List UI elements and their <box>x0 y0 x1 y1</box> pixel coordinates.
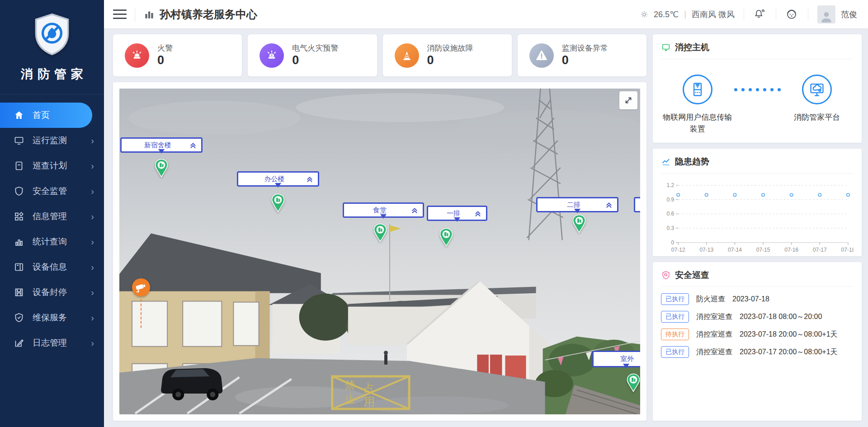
status-badge: 已执行 <box>661 346 689 358</box>
edit-icon <box>14 338 24 348</box>
chevron-right-icon <box>91 313 94 323</box>
host-flow-diagram: 物联网用户信息传输装置 消防管家平台 <box>661 59 854 136</box>
map-label-text: 二排 <box>543 201 604 209</box>
stat-value: 0 <box>292 53 338 67</box>
notification-bell-icon[interactable] <box>753 8 767 21</box>
svg-text:止: 止 <box>344 393 355 405</box>
stat-card-facility-fault[interactable]: 消防设施故障 0 <box>383 34 512 76</box>
site-photo-panel: 禁 止 占 用 <box>113 82 646 421</box>
map-label-outdoor[interactable]: 室外 <box>592 351 640 367</box>
svg-text:0.9: 0.9 <box>666 197 674 203</box>
stat-cards: 火警 0 电气火灾预警 0 消防设施故障 0 <box>113 34 646 76</box>
left-column: 火警 0 电气火灾预警 0 消防设施故障 0 <box>113 34 646 421</box>
topbar-right: 26.5℃ | 西南风 微风 范俊 <box>639 5 857 23</box>
stat-label: 消防设施故障 <box>427 43 473 53</box>
platform-node: 消防管家平台 <box>781 75 854 123</box>
map-label-text: 办公楼 <box>244 175 305 183</box>
sidebar-item-device-info[interactable]: 设备信息 <box>0 254 104 280</box>
avatar <box>817 5 835 23</box>
stat-label: 电气火灾预警 <box>292 43 338 53</box>
page-title: 孙村镇养老服务中心 <box>160 7 257 22</box>
panel-title: 消控主机 <box>675 42 709 53</box>
sidebar-item-label: 统计查询 <box>33 236 67 248</box>
map-label-row-two[interactable]: 二排 <box>536 197 618 212</box>
svg-text:禁: 禁 <box>344 379 355 391</box>
sidebar-item-home[interactable]: 首页 <box>0 103 92 128</box>
panel-title: 安全巡查 <box>675 269 709 281</box>
patrol-time: 2023-07-18 08:00～20:00 <box>740 312 822 322</box>
patrol-time: 2023-07-18 20:00～08:00+1天 <box>740 330 838 339</box>
expand-icon <box>623 95 633 105</box>
electric-siren-icon <box>259 43 284 68</box>
sidebar-item-statistics-query[interactable]: 统计查询 <box>0 229 104 254</box>
shield-icon <box>14 186 24 197</box>
camera-marker[interactable] <box>131 277 151 328</box>
brand-logo-shield-icon <box>33 13 71 56</box>
weather-info: 26.5℃ | 西南风 微风 <box>639 9 735 20</box>
building-pin[interactable] <box>155 159 168 178</box>
temperature: 26.5℃ <box>654 9 679 19</box>
patrol-name: 消控室巡查 <box>696 312 732 322</box>
home-icon <box>14 110 24 121</box>
camera-pointer-line <box>141 299 142 328</box>
chevron-right-icon <box>91 161 94 171</box>
patrol-list: 已执行 防火巡查 2023-07-18 已执行 消控室巡查 2023-07-18… <box>661 287 854 358</box>
document-icon <box>14 160 24 171</box>
svg-text:用: 用 <box>364 395 375 408</box>
expand-button[interactable] <box>619 91 637 109</box>
sidebar-item-safety-supervision[interactable]: 安全监管 <box>0 178 104 204</box>
building-pin[interactable] <box>439 228 453 247</box>
svg-text:0.3: 0.3 <box>666 225 674 231</box>
site-photo: 禁 止 占 用 <box>119 89 640 414</box>
chevron-right-icon <box>91 211 94 222</box>
node-label: 物联网用户信息传输装置 <box>662 112 733 135</box>
user-menu[interactable]: 范俊 <box>817 5 857 23</box>
patrol-time: 2023-07-18 <box>732 295 769 303</box>
building-pin[interactable] <box>627 373 640 392</box>
divider <box>808 9 808 20</box>
double-chevron-up-icon <box>305 174 314 183</box>
sidebar-item-device-seal[interactable]: 设备封停 <box>0 280 104 305</box>
sun-icon <box>639 9 649 19</box>
building-pin[interactable] <box>373 223 387 242</box>
map-label-text: 食堂 <box>349 206 410 215</box>
sidebar-item-label: 巡查计划 <box>33 160 67 172</box>
sidebar-item-label: 设备信息 <box>33 261 67 273</box>
patrol-name: 消控室巡查 <box>696 347 732 357</box>
bar-chart-icon <box>14 236 24 247</box>
svg-text:07-14: 07-14 <box>728 247 742 253</box>
main-area: 孙村镇养老服务中心 26.5℃ | 西南风 微风 范俊 <box>104 0 868 427</box>
stat-card-device-abnormal[interactable]: 监测设备异常 0 <box>518 34 646 76</box>
svg-text:0: 0 <box>671 239 674 246</box>
double-chevron-up-icon <box>473 209 482 218</box>
sidebar-item-label: 运行监测 <box>33 135 67 146</box>
map-label-text: 一排 <box>434 209 473 218</box>
chart-title-icon <box>143 9 155 20</box>
divider <box>135 8 135 21</box>
safety-patrol-panel: 安全巡查 已执行 防火巡查 2023-07-18 已执行 消控室巡查 2023-… <box>653 262 862 421</box>
stat-card-electrical-fire-warning[interactable]: 电气火灾预警 0 <box>248 34 377 76</box>
patrol-name: 防火巡查 <box>696 295 725 304</box>
map-label-partial[interactable] <box>634 197 640 212</box>
map-label-new-dormitory[interactable]: 新宿舍楼 <box>120 137 203 153</box>
sidebar-item-maintenance-service[interactable]: 维保服务 <box>0 305 104 330</box>
map-label-text: 新宿舍楼 <box>127 141 189 150</box>
sidebar-item-info-management[interactable]: 信息管理 <box>0 204 104 229</box>
sidebar-item-run-monitor[interactable]: 运行监测 <box>0 128 104 153</box>
chevron-right-icon <box>91 262 94 272</box>
sidebar-item-log-management[interactable]: 日志管理 <box>0 330 104 356</box>
map-label-canteen[interactable]: 食堂 <box>343 202 424 218</box>
map-label-office-building[interactable]: 办公楼 <box>237 171 319 187</box>
customer-service-icon[interactable] <box>785 8 799 21</box>
monitor-icon <box>14 135 24 146</box>
sidebar-nav: 首页 运行监测 巡查计划 安全监管 信息管理 <box>0 103 104 356</box>
building-pin[interactable] <box>572 214 586 233</box>
line-chart-icon <box>661 157 671 167</box>
brand: 消防管家 <box>0 0 104 94</box>
building-pin[interactable] <box>271 193 285 212</box>
hamburger-menu-icon[interactable] <box>113 7 127 22</box>
sidebar: 消防管家 首页 运行监测 巡查计划 安全监管 <box>0 0 104 427</box>
stat-card-fire-alarm[interactable]: 火警 0 <box>113 34 242 76</box>
map-label-row-one[interactable]: 一排 <box>427 206 487 221</box>
sidebar-item-patrol-plan[interactable]: 巡查计划 <box>0 153 104 178</box>
